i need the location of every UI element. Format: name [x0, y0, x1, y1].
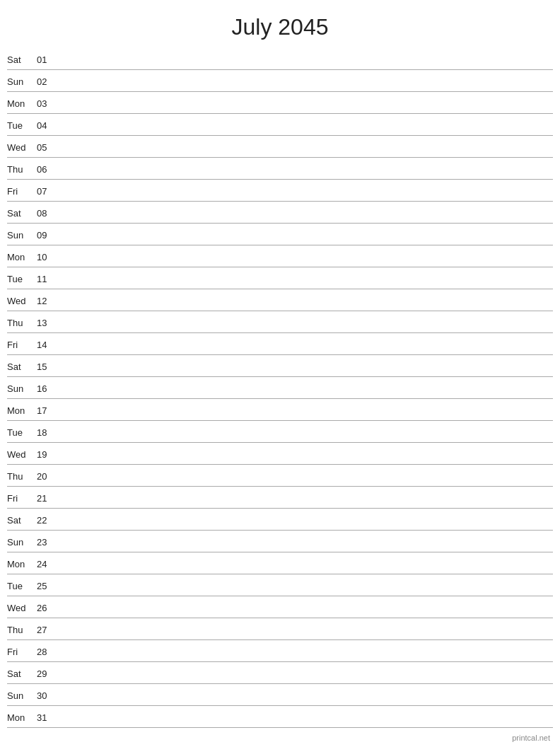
- calendar-page: July 2045 Sat01Sun02Mon03Tue04Wed05Thu06…: [0, 0, 560, 747]
- day-number: 26: [37, 603, 58, 615]
- day-name: Fri: [7, 493, 37, 505]
- day-name: Thu: [7, 318, 37, 330]
- day-number: 18: [37, 427, 58, 439]
- day-row: Sat01: [7, 49, 553, 70]
- day-name: Sun: [7, 690, 37, 702]
- day-row: Sun23: [7, 531, 553, 552]
- day-number: 06: [37, 164, 58, 176]
- day-row: Sat08: [7, 202, 553, 224]
- day-row: Sat15: [7, 356, 553, 377]
- day-row: Sun16: [7, 378, 553, 399]
- day-row: Thu20: [7, 465, 553, 487]
- day-name: Sun: [7, 383, 37, 395]
- day-number: 01: [37, 54, 58, 66]
- day-number: 15: [37, 361, 58, 374]
- day-number: 09: [37, 230, 58, 242]
- day-number: 02: [37, 76, 58, 88]
- day-name: Thu: [7, 164, 37, 176]
- day-name: Wed: [7, 603, 37, 615]
- day-name: Wed: [7, 449, 37, 461]
- day-number: 27: [37, 625, 58, 637]
- day-row: Fri28: [7, 641, 553, 662]
- day-name: Sat: [7, 668, 37, 681]
- day-number: 04: [37, 120, 58, 132]
- day-row: Wed05: [7, 137, 553, 158]
- day-number: 20: [37, 471, 58, 483]
- day-name: Sun: [7, 230, 37, 242]
- day-name: Fri: [7, 647, 37, 659]
- day-number: 17: [37, 405, 58, 417]
- day-name: Sat: [7, 208, 37, 220]
- day-row: Sun30: [7, 685, 553, 706]
- day-row: Sat22: [7, 509, 553, 531]
- day-name: Sat: [7, 361, 37, 374]
- day-row: Thu27: [7, 619, 553, 640]
- day-name: Wed: [7, 296, 37, 308]
- day-name: Sun: [7, 76, 37, 88]
- day-number: 23: [37, 537, 58, 549]
- day-name: Mon: [7, 559, 37, 571]
- day-row: Tue04: [7, 115, 553, 136]
- day-row: Sun02: [7, 71, 553, 92]
- day-name: Tue: [7, 274, 37, 286]
- day-number: 31: [37, 712, 58, 724]
- day-row: Mon31: [7, 707, 553, 728]
- day-name: Mon: [7, 98, 37, 110]
- day-number: 19: [37, 449, 58, 461]
- day-row: Sat29: [7, 663, 553, 684]
- day-name: Tue: [7, 427, 37, 439]
- day-name: Fri: [7, 340, 37, 352]
- day-number: 11: [37, 274, 58, 286]
- day-number: 10: [37, 252, 58, 264]
- day-number: 24: [37, 559, 58, 571]
- day-number: 08: [37, 208, 58, 220]
- day-number: 28: [37, 647, 58, 659]
- day-row: Mon24: [7, 553, 553, 574]
- day-name: Fri: [7, 186, 37, 198]
- calendar-title: July 2045: [7, 7, 553, 49]
- day-row: Thu06: [7, 158, 553, 180]
- day-number: 22: [37, 515, 58, 527]
- day-number: 03: [37, 98, 58, 110]
- day-row: Fri07: [7, 180, 553, 202]
- day-row: Tue25: [7, 575, 553, 596]
- day-number: 05: [37, 142, 58, 154]
- day-name: Tue: [7, 120, 37, 132]
- day-row: Tue18: [7, 422, 553, 443]
- footer-text: printcal.net: [512, 734, 550, 742]
- day-row: Mon10: [7, 246, 553, 267]
- day-number: 30: [37, 690, 58, 702]
- day-name: Mon: [7, 252, 37, 264]
- day-row: Thu13: [7, 312, 553, 333]
- day-number: 21: [37, 493, 58, 505]
- day-number: 14: [37, 340, 58, 352]
- day-number: 29: [37, 668, 58, 681]
- day-row: Mon17: [7, 400, 553, 421]
- day-row: Tue11: [7, 268, 553, 289]
- day-row: Wed19: [7, 444, 553, 465]
- day-row: Wed12: [7, 290, 553, 311]
- day-number: 12: [37, 296, 58, 308]
- day-name: Sat: [7, 54, 37, 66]
- day-name: Mon: [7, 405, 37, 417]
- day-number: 25: [37, 581, 58, 593]
- day-name: Wed: [7, 142, 37, 154]
- day-row: Wed26: [7, 597, 553, 618]
- day-name: Thu: [7, 625, 37, 637]
- day-row: Fri21: [7, 487, 553, 509]
- day-row: Fri14: [7, 334, 553, 355]
- day-number: 16: [37, 383, 58, 395]
- calendar-rows: Sat01Sun02Mon03Tue04Wed05Thu06Fri07Sat08…: [7, 49, 553, 728]
- day-name: Sat: [7, 515, 37, 527]
- day-name: Sun: [7, 537, 37, 549]
- day-row: Mon03: [7, 93, 553, 114]
- day-number: 07: [37, 186, 58, 198]
- day-row: Sun09: [7, 224, 553, 245]
- day-name: Tue: [7, 581, 37, 593]
- day-number: 13: [37, 318, 58, 330]
- day-name: Thu: [7, 471, 37, 483]
- day-name: Mon: [7, 712, 37, 724]
